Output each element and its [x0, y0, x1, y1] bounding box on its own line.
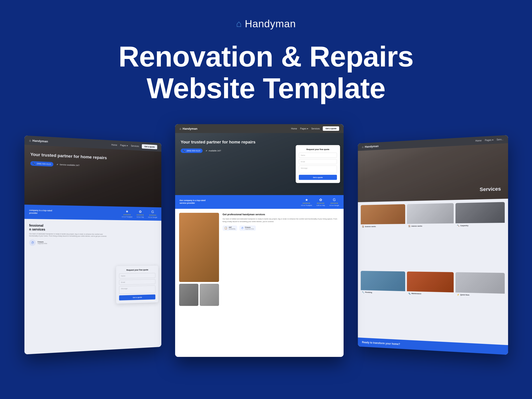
- center-hero: Your trusted partner for home repairs 📞 …: [175, 133, 344, 195]
- center-trustpilot-label: 4.6 on Trustpilot: [301, 205, 312, 206]
- center-trustpilot-stars: ★★★★★: [303, 202, 310, 204]
- left-rating-yelp: ✿ ★★★★★ 4.8 on Yelp: [137, 209, 144, 218]
- left-name-field[interactable]: Name: [119, 273, 155, 279]
- right-services-grid: 🏠 Exterior works 🏠 Interior works: [358, 199, 508, 345]
- yelp-label: 4.8 on Yelp: [137, 216, 144, 218]
- carpentry-icon: 🔨: [457, 224, 459, 227]
- plumbing-icon: 🔧: [362, 291, 364, 293]
- right-nav-services[interactable]: Serv...: [497, 138, 503, 141]
- interior-icon: 🏠: [408, 225, 411, 227]
- response-value: 5 hours: [245, 227, 254, 228]
- maintenance-icon: 🔩: [408, 292, 411, 295]
- google-label: 4.8 on Google: [148, 216, 157, 218]
- left-phone-badge[interactable]: 📞 (998) 555-0123: [30, 161, 53, 166]
- center-nav-links: Home Pages ▾ Services Get a quote: [291, 126, 339, 131]
- grid-item-carpentry[interactable]: 🔨 Carpentry: [456, 202, 505, 271]
- quick-fixes-image: [456, 272, 505, 293]
- center-phone-badge[interactable]: 📞 (959) 555-0123: [181, 149, 203, 153]
- left-rating-trustpilot: ★ ★★★★★ 4.6 on Trustpilot: [122, 209, 132, 218]
- left-form-submit[interactable]: Get a quote: [119, 294, 155, 300]
- maintenance-label: 🔩 Maintenance: [407, 291, 454, 297]
- center-yelp-label: 4.85 on Yelp: [316, 205, 325, 206]
- center-nav-home[interactable]: Home: [291, 127, 297, 130]
- availability-value: 24/7: [229, 227, 235, 228]
- center-email-field[interactable]: Email: [299, 159, 337, 164]
- left-services: fessional n services Our team of dedicat…: [24, 219, 113, 355]
- center-nav-cta[interactable]: Get a quote: [323, 126, 339, 131]
- center-ratings-line1: Our company is a top-rated: [180, 199, 297, 202]
- center-ratings: Our company is a top-rated service provi…: [175, 195, 344, 209]
- grid-item-exterior[interactable]: 🏠 Exterior works: [361, 204, 405, 270]
- exterior-image: [361, 204, 405, 224]
- center-nav-icon: ⌂: [180, 127, 181, 130]
- center-nav-name: Handyman: [183, 127, 197, 130]
- center-ratings-text: Our company is a top-rated service provi…: [180, 199, 297, 204]
- interior-image: [407, 203, 454, 224]
- brand-bar: ⌂ Handyman: [236, 18, 296, 30]
- center-trustpilot-icon: ★: [305, 198, 308, 202]
- right-nav-pages[interactable]: Pages ▾: [485, 139, 493, 141]
- center-badge-response-text: 5 hours response time: [245, 227, 254, 230]
- center-google-stars: ★★★★★: [330, 202, 338, 204]
- carpentry-label: 🔨 Carpentry: [456, 223, 505, 228]
- center-rating-trustpilot: ★ ★★★★★ 4.6 on Trustpilot: [301, 198, 312, 206]
- center-ratings-line2: service provider: [180, 202, 297, 205]
- trustpilot-icon: ★: [126, 209, 128, 214]
- mockups-row: ⌂ Handyman Home Pages ▾ Services Get a q…: [0, 124, 532, 357]
- center-badge-availability: 📋 24/7 availability: [222, 225, 237, 231]
- availability-label: availability: [229, 228, 235, 230]
- grid-item-maintenance[interactable]: 🔩 Maintenance: [407, 271, 454, 339]
- mockup-center: ⌂ Handyman Home Pages ▾ Services Get a q…: [175, 124, 344, 357]
- left-services-text: Our team of dedicated handymen is ready …: [29, 233, 109, 238]
- grid-item-interior[interactable]: 🏠 Interior works: [407, 203, 454, 270]
- mockup-right-inner: ⌂ Handyman Home Pages ▾ Serv... Services: [358, 135, 508, 355]
- plumbing-label: 🔧 Plumbing: [361, 290, 405, 296]
- center-form-overlay: Request your free quote Name Email Messa…: [296, 145, 340, 183]
- left-nav-name: Handyman: [32, 139, 48, 143]
- center-nav-pages[interactable]: Pages ▾: [300, 127, 308, 130]
- right-nav-brand: ⌂ Handyman: [362, 145, 379, 149]
- hero-title: Renovation & Repairs Website Template: [119, 41, 414, 104]
- center-google-label: 4.8 on Google: [329, 205, 339, 206]
- center-badge-availability-text: 24/7 availability: [229, 227, 235, 230]
- exterior-text: Exterior works: [365, 225, 376, 228]
- left-nav-pages[interactable]: Pages ▾: [120, 144, 128, 147]
- maintenance-text: Maintenance: [412, 292, 421, 295]
- left-form-container: Request your free quote Name Email Messa…: [113, 220, 161, 349]
- grid-item-plumbing[interactable]: 🔧 Plumbing: [361, 271, 405, 337]
- response-label: response time: [245, 228, 254, 230]
- center-form-submit[interactable]: Get a quote: [299, 175, 337, 180]
- center-message-field[interactable]: Message: [299, 165, 337, 174]
- center-nav-services[interactable]: Services: [311, 127, 320, 130]
- center-availability: ✔ Available 24/7: [206, 150, 221, 152]
- left-hero-title-text: Your trusted partner for home repairs: [30, 152, 156, 163]
- phone-icon: 📞: [33, 162, 35, 165]
- center-rating-yelp: ✿ ★★★★★ 4.85 on Yelp: [316, 198, 325, 206]
- left-email-field[interactable]: Email: [119, 279, 155, 285]
- left-nav-brand: ⌂ Handyman: [29, 139, 48, 143]
- left-nav-services[interactable]: Services: [131, 145, 139, 147]
- right-nav-home[interactable]: Home: [475, 139, 482, 142]
- yelp-stars: ★★★★★: [137, 214, 144, 216]
- left-message-field[interactable]: Message: [119, 285, 155, 294]
- clock-icon: ⏱: [29, 239, 36, 246]
- left-response-label: response time: [38, 243, 47, 244]
- interior-text: Interior works: [412, 225, 422, 227]
- grid-item-quick-fixes[interactable]: ⚡ Quick fixes: [456, 272, 505, 342]
- carpentry-image: [456, 202, 505, 223]
- exterior-icon: 🏠: [362, 225, 364, 228]
- center-form-title: Request your free quote: [299, 148, 337, 151]
- center-yelp-icon: ✿: [319, 198, 322, 202]
- center-name-field[interactable]: Name: [299, 153, 337, 158]
- mockup-left: ⌂ Handyman Home Pages ▾ Services Get a q…: [24, 135, 161, 355]
- right-hero-overlay: [358, 143, 508, 202]
- left-nav-home[interactable]: Home: [111, 143, 117, 146]
- google-stars: ★★★★★: [149, 214, 156, 216]
- brand-icon: ⌂: [236, 18, 242, 29]
- left-rating-google: G ★★★★★ 4.8 on Google: [148, 210, 157, 218]
- center-image-1: [179, 213, 219, 282]
- center-content: Get professional handyman services Our t…: [175, 209, 344, 357]
- left-nav-cta[interactable]: Get a quote: [142, 144, 157, 149]
- left-nav-links: Home Pages ▾ Services Get a quote: [111, 143, 157, 149]
- right-nav-icon: ⌂: [362, 145, 364, 149]
